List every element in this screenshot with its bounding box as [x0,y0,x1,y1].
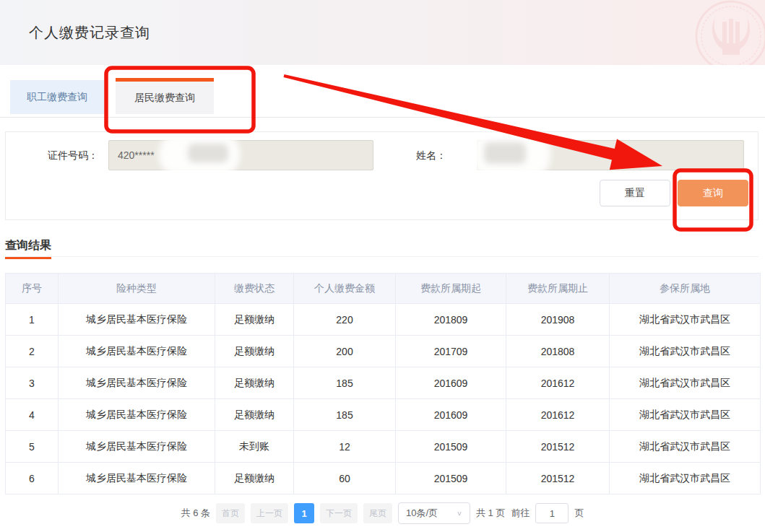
pagination-goto-input[interactable] [535,503,569,523]
table-cell: 201509 [396,463,506,494]
table-cell: 城乡居民基本医疗保险 [59,399,215,431]
table-row: 4城乡居民基本医疗保险足额缴纳185201609201612湖北省武汉市武昌区 [6,399,761,431]
tab-bar: 职工缴费查询 居民缴费查询 [10,78,214,114]
tab-employee-payment-query[interactable]: 职工缴费查询 [10,80,104,114]
table-cell: 城乡居民基本医疗保险 [59,463,215,494]
pagination-total: 共 6 条 [181,507,210,520]
table-cell: 2 [6,336,59,367]
table-cell: 6 [6,463,59,494]
column-header: 个人缴费金额 [294,274,396,304]
query-button[interactable]: 查询 [678,180,748,206]
table-cell: 城乡居民基本医疗保险 [59,431,215,463]
pagination-prev-button[interactable]: 上一页 [251,503,288,523]
table-cell: 200 [294,336,396,367]
table-cell: 185 [294,367,396,399]
table-cell: 城乡居民基本医疗保险 [59,367,215,399]
emblem-watermark-icon [680,0,765,65]
tab-resident-payment-query[interactable]: 居民缴费查询 [116,78,214,114]
id-number-label: 证件号码： [35,140,98,170]
pagination-bar: 共 6 条 首页 上一页 1 下一页 尾页 10条/页 ∨ 共 1 页 前往 页 [0,502,765,525]
table-cell: 185 [294,399,396,431]
table-cell: 3 [6,367,59,399]
table-cell: 201908 [506,304,610,336]
table-cell: 5 [6,431,59,463]
pagination-total-pages: 共 1 页 [476,507,505,520]
table-row: 3城乡居民基本医疗保险足额缴纳185201609201612湖北省武汉市武昌区 [6,367,761,399]
pagination-page-1[interactable]: 1 [294,503,314,523]
tab-label: 职工缴费查询 [27,91,87,104]
table-cell: 足额缴纳 [215,336,294,367]
results-section-title: 查询结果 [5,238,51,259]
table-cell: 足额缴纳 [215,399,294,431]
table-cell: 201612 [506,367,610,399]
table-row: 1城乡居民基本医疗保险足额缴纳220201809201908湖北省武汉市武昌区 [6,304,761,336]
page-title: 个人缴费记录查询 [29,0,150,65]
table-cell: 201509 [396,431,506,463]
table-cell: 201612 [506,399,610,431]
table-cell: 足额缴纳 [215,463,294,494]
table-cell: 城乡居民基本医疗保险 [59,336,215,367]
page-size-select[interactable]: 10条/页 ∨ [398,502,470,524]
table-cell: 足额缴纳 [215,367,294,399]
reset-button[interactable]: 重置 [600,180,670,206]
table-cell: 未到账 [215,431,294,463]
table-cell: 220 [294,304,396,336]
table-cell: 湖北省武汉市武昌区 [610,399,761,431]
app-screen: 个人缴费记录查询 职工缴费查询 居民缴费查询 证件号码： 420***** 姓名… [0,0,765,532]
tab-divider [0,117,765,118]
table-cell: 201609 [396,399,506,431]
chevron-down-icon: ∨ [457,510,462,517]
table-cell: 60 [294,463,396,494]
table-cell: 201809 [396,304,506,336]
name-label: 姓名： [396,140,446,170]
pagination-goto-suffix: 页 [574,507,584,520]
id-number-value: 420***** [118,149,155,161]
results-table-head-row: 序号险种类型缴费状态个人缴费金额费款所属期起费款所属期止参保所属地 [6,274,761,304]
query-form-panel: 证件号码： 420***** 姓名： 重置 查询 [5,131,758,220]
table-cell: 201709 [396,336,506,367]
table-cell: 湖北省武汉市武昌区 [610,336,761,367]
pagination-last-button[interactable]: 尾页 [363,503,392,523]
table-cell: 足额缴纳 [215,304,294,336]
table-cell: 201512 [506,431,610,463]
table-cell: 湖北省武汉市武昌区 [610,304,761,336]
table-row: 5城乡居民基本医疗保险未到账12201509201512湖北省武汉市武昌区 [6,431,761,463]
table-cell: 湖北省武汉市武昌区 [610,431,761,463]
column-header: 费款所属期止 [506,274,610,304]
column-header: 缴费状态 [215,274,294,304]
pagination-first-button[interactable]: 首页 [216,503,245,523]
column-header: 费款所属期起 [396,274,506,304]
table-cell: 201512 [506,463,610,494]
pagination-goto-label: 前往 [511,507,530,520]
results-table: 序号险种类型缴费状态个人缴费金额费款所属期起费款所属期止参保所属地 1城乡居民基… [5,273,761,494]
pagination-next-button[interactable]: 下一页 [320,503,358,523]
column-header: 序号 [6,274,59,304]
table-cell: 201609 [396,367,506,399]
id-number-input[interactable]: 420***** [108,140,373,170]
table-cell: 201808 [506,336,610,367]
table-cell: 城乡居民基本医疗保险 [59,304,215,336]
tab-label: 居民缴费查询 [134,92,195,105]
table-cell: 4 [6,399,59,431]
results-table-body: 1城乡居民基本医疗保险足额缴纳220201809201908湖北省武汉市武昌区2… [6,304,761,494]
column-header: 险种类型 [59,274,215,304]
table-cell: 湖北省武汉市武昌区 [610,463,761,494]
table-cell: 1 [6,304,59,336]
table-row: 6城乡居民基本医疗保险足额缴纳60201509201512湖北省武汉市武昌区 [6,463,761,494]
column-header: 参保所属地 [610,274,761,304]
page-header: 个人缴费记录查询 [0,0,765,65]
section-divider [5,256,758,257]
name-input[interactable] [477,140,744,170]
table-row: 2城乡居民基本医疗保险足额缴纳200201709201808湖北省武汉市武昌区 [6,336,761,367]
table-cell: 12 [294,431,396,463]
page-size-value: 10条/页 [406,507,438,520]
table-cell: 湖北省武汉市武昌区 [610,367,761,399]
